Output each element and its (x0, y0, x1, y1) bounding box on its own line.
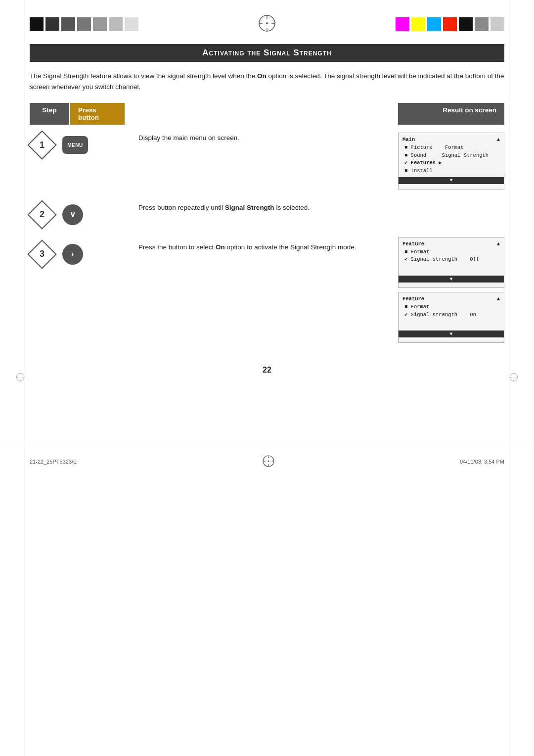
color-block (93, 17, 107, 31)
svg-point-11 (267, 461, 269, 462)
color-block (125, 17, 138, 31)
color-block-yellow (411, 17, 425, 31)
step-3-left: 3 › (30, 242, 129, 267)
color-block (77, 17, 91, 31)
screen-3a-title: Feature▲ (402, 240, 500, 248)
color-block-magenta (396, 17, 409, 31)
step-3-row: 3 › Press the button to select On option… (30, 237, 504, 346)
color-block-cyan (427, 17, 441, 31)
step-3-diamond: 3 (30, 242, 54, 267)
screen-3b-arrow: ▼ (449, 331, 452, 338)
screen-3a-item1: ■ Format (402, 248, 500, 256)
color-strip-left (30, 17, 138, 31)
screen-1-item2: ■ Sound Signal Strength (402, 152, 500, 160)
screen-3b-bar: ▼ (399, 331, 504, 337)
screen-3a-arrow: ▼ (449, 276, 452, 283)
down-button-icon: ∨ (62, 204, 83, 225)
color-block-dark (459, 17, 473, 31)
screen-3b-item2: ✔ Signal strength On (402, 311, 500, 319)
screen-1-arrow: ▼ (449, 177, 452, 184)
intro-paragraph: The Signal Strength feature allows to vi… (30, 71, 504, 92)
screen-3a: Feature▲ ■ Format ✔ Signal strength Off … (398, 237, 504, 288)
screen-3b: Feature▲ ■ Format ✔ Signal strength On ▼ (398, 292, 504, 343)
page-content: Activating the Signal Strength The Signa… (0, 39, 534, 414)
top-bar-area (0, 0, 534, 39)
col-header-step: Step (30, 103, 69, 125)
left-margin-crosshair (15, 372, 26, 384)
screen-1-item1: ■ Picture Format (402, 144, 500, 152)
color-block-red (443, 17, 457, 31)
footer-left: 21-22_25PT3323/E (30, 459, 77, 465)
screen-3a-bar: ▼ (399, 276, 504, 283)
step-2-left: 2 ∨ (30, 202, 129, 227)
screen-3b-title: Feature▲ (402, 295, 500, 303)
screen-1-item4: ■ Install (402, 167, 500, 175)
step-3-instruction: Press the button to select On option to … (129, 242, 398, 253)
screen-3b-item1: ■ Format (402, 303, 500, 311)
step-3-screens: Feature▲ ■ Format ✔ Signal strength Off … (398, 237, 504, 346)
step-2-instruction: Press button repeatedly until Signal Str… (129, 202, 398, 213)
step-2-row: 2 ∨ Press button repeatedly until Signal… (30, 202, 504, 227)
screen-3a-item2: ✔ Signal strength Off (402, 256, 500, 264)
svg-point-5 (266, 22, 268, 24)
screen-1: Main▲ ■ Picture Format ■ Sound Signal St… (398, 133, 504, 189)
page-number: 22 (30, 366, 504, 375)
color-block (109, 17, 123, 31)
screen-1-bar: ▼ (399, 177, 504, 184)
step-2-diamond: 2 (30, 202, 54, 227)
right-button-icon: › (62, 244, 83, 265)
crosshair-center (258, 14, 276, 34)
step-1-screen: Main▲ ■ Picture Format ■ Sound Signal St… (398, 133, 504, 192)
col-header-result: Result on screen (398, 103, 504, 125)
screen-1-title: Main▲ (402, 136, 500, 144)
section-title: Activating the Signal Strength (30, 44, 504, 62)
footer-crosshair (262, 454, 275, 469)
footer: 21-22_25PT3323/E 04/11/03, 3:54 PM (0, 444, 534, 479)
step-1-row: 1 MENU Display the main menu on screen. … (30, 133, 504, 192)
step-1-diamond: 1 (30, 133, 54, 157)
col-header-press: Press button (70, 103, 125, 125)
color-strip-right (396, 17, 504, 31)
right-margin-crosshair (508, 372, 519, 384)
step-1-left: 1 MENU (30, 133, 129, 157)
color-block (61, 17, 75, 31)
color-block (30, 17, 44, 31)
menu-button-icon: MENU (62, 136, 88, 154)
step-1-instruction: Display the main menu on screen. (129, 133, 398, 143)
header-spacer (125, 103, 398, 125)
footer-right: 04/11/03, 3:54 PM (460, 459, 504, 465)
table-header: Step Press button Result on screen (30, 103, 504, 125)
color-block-mid (475, 17, 489, 31)
color-block-light (490, 17, 504, 31)
screen-1-item3: ✔ Features ▶ (402, 159, 500, 167)
color-block (45, 17, 59, 31)
